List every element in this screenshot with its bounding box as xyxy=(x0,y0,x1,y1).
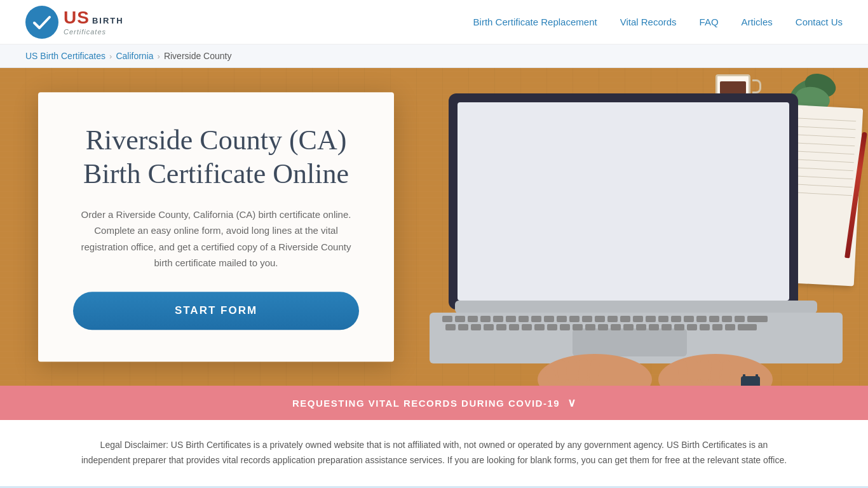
breadcrumb-current: Riverside County xyxy=(164,51,232,61)
svg-rect-36 xyxy=(496,324,506,330)
svg-rect-48 xyxy=(649,324,659,330)
breadcrumb-home[interactable]: US Birth Certificates xyxy=(25,51,105,61)
svg-rect-31 xyxy=(747,316,768,322)
main-nav: Birth Certificate Replacement Vital Reco… xyxy=(473,17,843,27)
svg-rect-22 xyxy=(633,316,643,322)
breadcrumb: US Birth Certificates › California › Riv… xyxy=(0,44,868,68)
svg-rect-25 xyxy=(671,316,681,322)
svg-rect-18 xyxy=(582,316,592,322)
svg-rect-8 xyxy=(455,316,465,322)
svg-rect-33 xyxy=(458,324,468,330)
svg-rect-16 xyxy=(557,316,567,322)
svg-rect-11 xyxy=(493,316,503,322)
nav-vital-records[interactable]: Vital Records xyxy=(620,17,677,27)
svg-rect-13 xyxy=(519,316,529,322)
nav-faq[interactable]: FAQ xyxy=(700,17,719,27)
svg-rect-55 xyxy=(738,324,757,330)
svg-rect-23 xyxy=(646,316,656,322)
svg-rect-10 xyxy=(480,316,491,322)
svg-rect-17 xyxy=(569,316,580,322)
svg-rect-64 xyxy=(689,359,698,383)
svg-rect-14 xyxy=(531,316,541,322)
svg-rect-35 xyxy=(484,324,494,330)
logo-birth-text: BIRTH xyxy=(92,17,124,25)
svg-rect-65 xyxy=(700,358,709,384)
breadcrumb-sep1: › xyxy=(109,51,112,61)
svg-rect-19 xyxy=(595,316,605,322)
svg-rect-27 xyxy=(696,316,707,322)
nav-birth-cert[interactable]: Birth Certificate Replacement xyxy=(473,17,597,27)
breadcrumb-state[interactable]: California xyxy=(116,51,153,61)
svg-rect-41 xyxy=(560,324,570,330)
svg-rect-51 xyxy=(687,324,697,330)
svg-rect-28 xyxy=(709,316,719,322)
svg-rect-15 xyxy=(544,316,554,322)
svg-rect-43 xyxy=(585,324,595,330)
svg-rect-42 xyxy=(573,324,583,330)
svg-rect-3 xyxy=(458,102,789,301)
svg-rect-6 xyxy=(573,329,687,356)
svg-rect-45 xyxy=(611,324,621,330)
laptop-illustration xyxy=(398,87,830,379)
nav-contact[interactable]: Contact Us xyxy=(796,17,843,27)
disclaimer-section: Legal Disclaimer: US Birth Certificates … xyxy=(0,420,868,486)
svg-rect-44 xyxy=(598,324,608,330)
svg-rect-34 xyxy=(471,324,481,330)
svg-rect-32 xyxy=(445,324,456,330)
svg-rect-21 xyxy=(620,316,630,322)
hero-section: Riverside County (CA) Birth Certificate … xyxy=(0,68,868,386)
svg-rect-37 xyxy=(509,324,519,330)
svg-rect-52 xyxy=(700,324,710,330)
svg-rect-38 xyxy=(522,324,532,330)
hero-title: Riverside County (CA) Birth Certificate … xyxy=(73,124,359,191)
chevron-down-icon: ∨ xyxy=(567,396,576,410)
svg-rect-66 xyxy=(710,359,721,384)
svg-rect-24 xyxy=(658,316,668,322)
svg-rect-4 xyxy=(455,301,817,313)
disclaimer-text: Legal Disclaimer: US Birth Certificates … xyxy=(76,438,792,468)
nav-articles[interactable]: Articles xyxy=(742,17,773,27)
footer-hint xyxy=(0,486,868,488)
logo-icon xyxy=(25,6,58,39)
svg-rect-58 xyxy=(568,359,577,383)
logo-certificates-text: Certificates xyxy=(64,28,124,36)
covid-banner[interactable]: REQUESTING VITAL RECORDS DURING COVID-19… xyxy=(0,386,868,420)
svg-rect-7 xyxy=(442,316,452,322)
svg-rect-26 xyxy=(684,316,694,322)
svg-point-0 xyxy=(25,6,58,39)
svg-rect-49 xyxy=(661,324,672,330)
covid-banner-text: REQUESTING VITAL RECORDS DURING COVID-19 xyxy=(292,398,560,409)
svg-rect-50 xyxy=(674,324,684,330)
svg-rect-54 xyxy=(725,324,735,330)
hero-description: Order a Riverside County, California (CA… xyxy=(73,207,359,271)
svg-rect-29 xyxy=(722,316,732,322)
svg-rect-12 xyxy=(506,316,516,322)
svg-rect-46 xyxy=(623,324,634,330)
logo-text: US BIRTH Certificates xyxy=(64,8,124,36)
svg-rect-40 xyxy=(547,324,557,330)
svg-rect-70 xyxy=(756,374,758,377)
svg-rect-59 xyxy=(578,358,588,384)
logo[interactable]: US BIRTH Certificates xyxy=(25,6,124,39)
svg-rect-9 xyxy=(468,316,478,322)
hero-card: Riverside County (CA) Birth Certificate … xyxy=(38,92,394,362)
svg-rect-53 xyxy=(712,324,722,330)
svg-rect-47 xyxy=(636,324,646,330)
svg-rect-68 xyxy=(741,376,760,386)
svg-rect-69 xyxy=(743,374,745,377)
site-header: US BIRTH Certificates Birth Certificate … xyxy=(0,0,868,44)
svg-rect-20 xyxy=(607,316,618,322)
breadcrumb-sep2: › xyxy=(158,51,160,61)
svg-rect-39 xyxy=(534,324,545,330)
logo-us-text: US xyxy=(64,8,90,28)
start-form-button[interactable]: START FORM xyxy=(73,292,359,330)
svg-rect-30 xyxy=(735,316,745,322)
